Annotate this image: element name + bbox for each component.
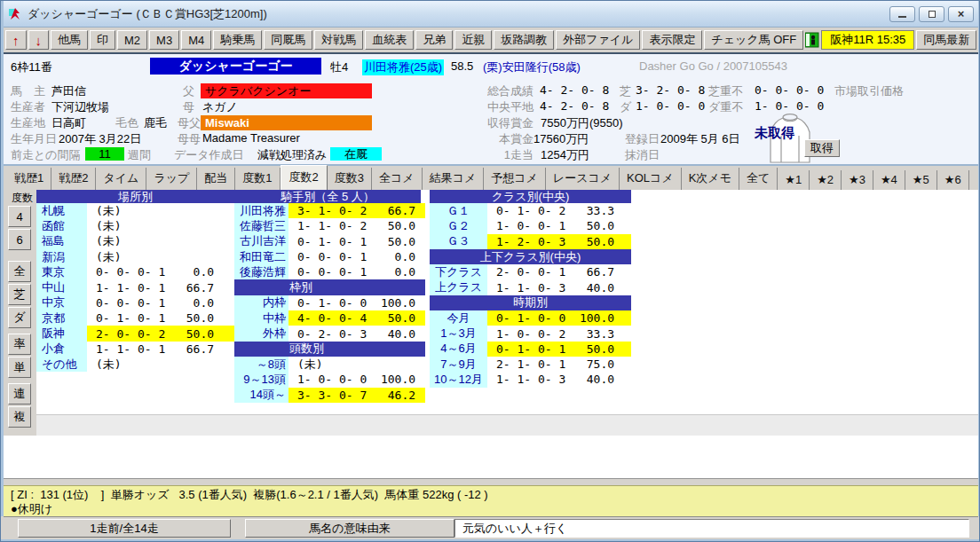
birthdate-value: 2007年 3月22日 xyxy=(59,131,141,147)
restore-button[interactable] xyxy=(919,6,944,22)
sidebar-button-rate[interactable]: 率 xyxy=(8,334,31,355)
table-row: 外枠0- 2- 0- 3 40.0 xyxy=(234,326,425,341)
table-row: 東京0- 0- 0- 1 0.0 xyxy=(36,264,234,279)
horse-name: ダッシャーゴーゴー xyxy=(150,58,321,75)
prev-horse-button[interactable]: ↑ xyxy=(5,30,27,50)
table-row: 内枠0- 1- 0- 0 100.0 xyxy=(234,295,425,310)
class-header: クラス別(中央) xyxy=(492,189,570,205)
earnings3-label: 1走当 xyxy=(478,147,533,163)
fetch-silks-button[interactable]: 取得 xyxy=(804,139,840,157)
sidebar-button-all[interactable]: 全 xyxy=(8,261,31,282)
data-date-label: データ作成日 xyxy=(174,147,244,163)
sidebar-button-tan[interactable]: 単 xyxy=(8,357,31,378)
table-row-highlighted: 14頭～3- 3- 0- 7 46.2 xyxy=(234,388,425,403)
registration-date: 2009年 5月 6日 xyxy=(660,131,740,147)
earnings1-value: 7550万円(9550) xyxy=(541,115,623,131)
prev-run-button[interactable]: 1走前/全14走 xyxy=(18,519,231,538)
registration-label: 登録日 xyxy=(625,131,660,147)
sire-label: 父 xyxy=(183,83,194,99)
tab-haitou[interactable]: 配当 xyxy=(197,168,235,190)
tab-star2[interactable]: ★2 xyxy=(810,170,842,190)
tab-dosuu3[interactable]: 度数3 xyxy=(328,168,372,190)
sire-value: サクラバクシンオー xyxy=(201,83,372,98)
silks-missing-text: 未取得 xyxy=(755,125,794,142)
jockey-table: 川田将雅3- 1- 0- 2 66.7 佐藤哲三1- 1- 0- 2 50.0 … xyxy=(234,203,425,403)
tab-time[interactable]: タイム xyxy=(96,168,146,190)
tab-subete[interactable]: 全て xyxy=(739,168,778,190)
turf-wet-record: 0- 0- 0- 0 xyxy=(755,83,824,97)
coat-label: 毛色 xyxy=(115,115,138,131)
toolbar-button-m4[interactable]: M4 xyxy=(181,30,211,50)
tab-zen-comment[interactable]: 全コメ xyxy=(372,168,423,190)
entry-icon[interactable] xyxy=(805,31,819,49)
toolbar-button-display-limit[interactable]: 表示限定 xyxy=(642,30,702,50)
comment-panel xyxy=(4,436,978,478)
same-horse-latest-button[interactable]: 同馬最新 xyxy=(916,30,976,50)
data-date-status: 減戦処理済み xyxy=(257,147,327,163)
tab-dosuu1[interactable]: 度数1 xyxy=(235,168,280,190)
table-row: 後藤浩輝0- 0- 0- 1 0.0 xyxy=(234,264,425,279)
sidebar-button-turf[interactable]: 芝 xyxy=(8,284,31,305)
toolbar-button-external-file[interactable]: 外部ファイル xyxy=(556,30,640,50)
table-row: 中京0- 0- 0- 1 0.0 xyxy=(36,295,234,310)
toolbar-button-m2[interactable]: M2 xyxy=(117,30,147,50)
tab-star5[interactable]: ★5 xyxy=(905,170,937,190)
updown-header: 上下クラス別(中央) xyxy=(430,249,631,264)
dam-label: 母 xyxy=(183,99,194,115)
toolbar-button-m3[interactable]: M3 xyxy=(149,30,179,50)
tab-star4[interactable]: ★4 xyxy=(873,170,905,190)
toolbar-button-slope-training[interactable]: 坂路調教 xyxy=(494,30,554,50)
tab-senreki1[interactable]: 戦歴1 xyxy=(7,168,51,190)
race-indicator[interactable]: 阪神11R 15:35 xyxy=(821,30,914,50)
heads-header: 頭数別 xyxy=(234,342,425,357)
sidebar-button-6[interactable]: 6 xyxy=(8,229,31,250)
frame-number: 6枠11番 xyxy=(11,59,52,75)
table-row: その他(未) xyxy=(36,357,234,372)
toolbar-button-mark[interactable]: 印 xyxy=(90,30,115,50)
tab-kol-comment[interactable]: KOLコメ xyxy=(620,168,682,190)
tab-yosou-comment[interactable]: 予想コメ xyxy=(484,168,546,190)
toolbar-button-siblings[interactable]: 兄弟 xyxy=(415,30,453,50)
table-row: ～8頭(未) xyxy=(234,357,425,372)
table-row: 下クラス2- 0- 0- 1 66.7 xyxy=(430,264,631,279)
name-meaning-button[interactable]: 馬名の意味由来 xyxy=(245,519,454,538)
earnings3-value: 1254万円 xyxy=(541,147,589,163)
sidebar-button-4[interactable]: 4 xyxy=(8,206,31,227)
table-row-highlighted: 川田将雅3- 1- 0- 2 66.7 xyxy=(234,203,425,218)
table-row: 10～12月1- 1- 0- 3 40.0 xyxy=(430,372,631,387)
tab-dosuu2[interactable]: 度数2 xyxy=(281,165,328,191)
table-row: 7～9月2- 1- 0- 1 75.0 xyxy=(430,357,631,372)
interval-weeks-badge: 11 xyxy=(85,147,124,161)
toolbar: ↑ ↓ 他馬 印 M2 M3 M4 騎乗馬 同厩馬 対戦馬 血統表 兄弟 近親 … xyxy=(4,27,978,52)
tab-star6[interactable]: ★6 xyxy=(937,170,969,190)
tab-result-comment[interactable]: 結果コメ xyxy=(423,168,485,190)
toolbar-button-ridden[interactable]: 騎乗馬 xyxy=(213,30,262,50)
total-record: 4- 2- 0- 8 xyxy=(540,83,609,97)
toolbar-button-relatives[interactable]: 近親 xyxy=(454,30,492,50)
next-horse-button[interactable]: ↓ xyxy=(28,30,50,50)
sidebar-button-fuku[interactable]: 複 xyxy=(8,406,31,428)
sidebar-button-ren[interactable]: 連 xyxy=(8,383,31,405)
table-row: 小倉1- 1- 0- 1 66.7 xyxy=(36,342,234,357)
table-row-highlighted: 4～6月0- 1- 0- 1 50.0 xyxy=(430,342,631,357)
toolbar-button-rivals[interactable]: 対戦馬 xyxy=(314,30,363,50)
toolbar-button-other-horse[interactable]: 他馬 xyxy=(51,30,88,50)
tab-kjimemo[interactable]: K次メモ xyxy=(682,168,739,190)
table-row-highlighted: 阪神2- 0- 0- 2 50.0 xyxy=(36,326,234,341)
market-price-label: 市場取引価格 xyxy=(834,83,904,99)
granddam-label: 母母 xyxy=(178,131,201,147)
stats-panel: 度数 4 6 全 芝 ダ 率 単 連 複 場所別 騎手別（全 5 人） クラス別… xyxy=(4,190,978,436)
tab-star1[interactable]: ★1 xyxy=(778,170,810,190)
minimize-button[interactable] xyxy=(889,6,915,22)
toolbar-button-same-stable[interactable]: 同厩馬 xyxy=(264,30,312,50)
breeder-value: 下河辺牧場 xyxy=(51,99,109,115)
tab-lap[interactable]: ラップ xyxy=(146,168,197,190)
close-button[interactable]: × xyxy=(948,6,974,22)
toolbar-button-check-horse[interactable]: チェック馬 OFF xyxy=(704,30,803,50)
tab-senreki2[interactable]: 戦歴2 xyxy=(51,168,96,190)
toolbar-button-pedigree[interactable]: 血統表 xyxy=(365,30,414,50)
tab-race-comment[interactable]: レースコメ xyxy=(546,168,620,190)
tab-star3[interactable]: ★3 xyxy=(842,170,873,190)
sidebar-button-dirt[interactable]: ダ xyxy=(8,307,31,328)
table-row: 新潟(未) xyxy=(36,249,234,264)
